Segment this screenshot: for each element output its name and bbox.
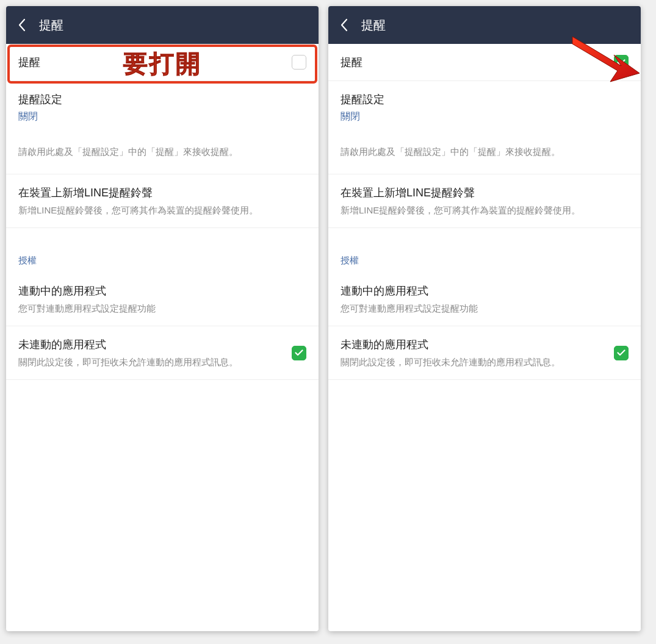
notify-hint-text: 請啟用此處及「提醒設定」中的「提醒」來接收提醒。	[6, 134, 319, 174]
row-linked-apps[interactable]: 連動中的應用程式 您可對連動應用程式設定提醒功能	[6, 273, 319, 326]
row-settings-status: 關閉	[341, 110, 629, 123]
app-header: 提醒	[6, 6, 319, 44]
page-title: 提醒	[361, 17, 386, 34]
row-settings-label: 提醒設定	[18, 92, 306, 107]
section-auth-label: 授權	[328, 228, 641, 273]
checkbox-checked-icon[interactable]	[292, 346, 306, 360]
row-notify-settings[interactable]: 提醒設定 關閉	[6, 81, 319, 134]
section-auth-label: 授權	[6, 228, 319, 273]
row-unlinked-apps[interactable]: 未連動的應用程式 關閉此設定後，即可拒收未允許連動的應用程式訊息。	[6, 326, 319, 380]
row-notify-label: 提醒	[18, 55, 292, 70]
right-phone-frame: 提醒 提醒 提醒設定 關閉 請啟用此處及「提醒設定」中的「提醒」來接收提醒。 在…	[328, 6, 641, 631]
page-title: 提醒	[39, 17, 63, 34]
checkbox-checked-icon[interactable]	[614, 55, 629, 70]
row-linked-apps[interactable]: 連動中的應用程式 您可對連動應用程式設定提醒功能	[328, 273, 641, 326]
row-linked-sub: 您可對連動應用程式設定提醒功能	[341, 302, 629, 315]
notify-hint-text: 請啟用此處及「提醒設定」中的「提醒」來接收提醒。	[328, 134, 641, 174]
row-notify-toggle[interactable]: 提醒	[6, 44, 319, 81]
row-notify-settings[interactable]: 提醒設定 關閉	[328, 81, 641, 134]
checkbox-checked-icon[interactable]	[614, 346, 629, 360]
row-notify-toggle[interactable]: 提醒	[328, 44, 641, 81]
row-unlinked-sub: 關閉此設定後，即可拒收未允許連動的應用程式訊息。	[341, 356, 614, 368]
row-linked-sub: 您可對連動應用程式設定提醒功能	[18, 302, 306, 315]
row-ringtone-sub: 新增LINE提醒鈴聲後，您可將其作為裝置的提醒鈴聲使用。	[18, 204, 306, 216]
content-area: 提醒 提醒設定 關閉 請啟用此處及「提醒設定」中的「提醒」來接收提醒。 在裝置上…	[6, 44, 319, 631]
row-ringtone-label: 在裝置上新增LINE提醒鈴聲	[341, 185, 629, 200]
row-settings-label: 提醒設定	[341, 92, 629, 107]
back-icon[interactable]	[337, 18, 351, 32]
row-add-ringtone[interactable]: 在裝置上新增LINE提醒鈴聲 新增LINE提醒鈴聲後，您可將其作為裝置的提醒鈴聲…	[6, 174, 319, 228]
row-ringtone-label: 在裝置上新增LINE提醒鈴聲	[18, 185, 306, 200]
back-icon[interactable]	[15, 18, 29, 32]
row-notify-label: 提醒	[341, 55, 614, 70]
row-unlinked-label: 未連動的應用程式	[18, 337, 292, 352]
row-linked-label: 連動中的應用程式	[341, 284, 629, 298]
row-unlinked-apps[interactable]: 未連動的應用程式 關閉此設定後，即可拒收未允許連動的應用程式訊息。	[328, 326, 641, 380]
left-phone-frame: 要打開 提醒 提醒 提醒設定 關閉 請啟用此處及「提醒設定」中的「提醒」來接收提…	[6, 6, 319, 631]
content-area: 提醒 提醒設定 關閉 請啟用此處及「提醒設定」中的「提醒」來接收提醒。 在裝置上…	[328, 44, 641, 631]
row-ringtone-sub: 新增LINE提醒鈴聲後，您可將其作為裝置的提醒鈴聲使用。	[341, 204, 629, 216]
row-unlinked-sub: 關閉此設定後，即可拒收未允許連動的應用程式訊息。	[18, 356, 292, 368]
row-settings-status: 關閉	[18, 110, 306, 123]
checkbox-unchecked-icon[interactable]	[292, 55, 306, 70]
row-add-ringtone[interactable]: 在裝置上新增LINE提醒鈴聲 新增LINE提醒鈴聲後，您可將其作為裝置的提醒鈴聲…	[328, 174, 641, 228]
app-header: 提醒	[328, 6, 641, 44]
row-unlinked-label: 未連動的應用程式	[341, 337, 614, 352]
row-linked-label: 連動中的應用程式	[18, 284, 306, 298]
